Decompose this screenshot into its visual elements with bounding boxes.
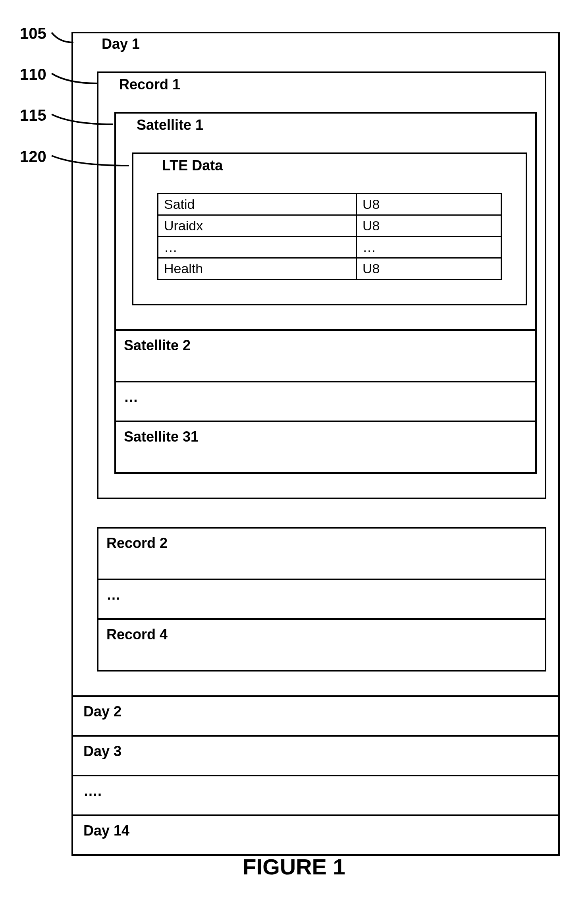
- record-4-label: Record 4: [105, 623, 538, 646]
- lte-key: …: [158, 237, 357, 257]
- satellite-31-label: Satellite 31: [122, 425, 529, 448]
- satellite-31-box: Satellite 31: [114, 422, 537, 474]
- record-1-box: Record 1 Satellite 1 LTE Data Satid U8: [97, 71, 546, 499]
- day-ellipsis-box: ….: [73, 775, 558, 814]
- record-ellipsis-label: …: [105, 583, 538, 606]
- record-2-box: Record 2: [97, 527, 546, 580]
- lte-data-label: LTE Data: [157, 154, 502, 177]
- callout-105: 105: [20, 25, 46, 42]
- lte-key: Health: [158, 259, 357, 279]
- lte-value: …: [357, 237, 501, 257]
- lte-value: U8: [357, 259, 501, 279]
- callout-115: 115: [20, 106, 46, 124]
- record-1-label: Record 1: [114, 73, 537, 96]
- satellite-ellipsis-box: …: [114, 382, 537, 422]
- record-ellipsis-box: …: [97, 580, 546, 620]
- table-row: Satid U8: [158, 194, 501, 214]
- record-2-label: Record 2: [105, 532, 538, 555]
- lte-value: U8: [357, 194, 501, 214]
- satellite-more-group: Satellite 2 … Satellite 31: [114, 331, 537, 474]
- day-14-box: Day 14: [73, 814, 558, 854]
- lte-data-box: LTE Data Satid U8 Uraidx U8 …: [132, 152, 527, 305]
- outer-container: Day 1 Record 1 Satellite 1 LTE Data Sati…: [71, 32, 560, 856]
- lte-key: Satid: [158, 194, 357, 214]
- satellite-2-label: Satellite 2: [122, 334, 529, 357]
- record-more-group: Record 2 … Record 4: [97, 527, 546, 672]
- callout-120: 120: [20, 148, 46, 165]
- day-14-label: Day 14: [79, 819, 552, 842]
- table-row: Uraidx U8: [158, 214, 501, 236]
- lte-value: U8: [357, 216, 501, 236]
- callout-110: 110: [20, 66, 46, 83]
- figure-caption: FIGURE 1: [0, 854, 588, 880]
- day-ellipsis-label: ….: [79, 780, 552, 803]
- day-2-box: Day 2: [73, 695, 558, 735]
- table-row: … …: [158, 236, 501, 257]
- lte-key: Uraidx: [158, 216, 357, 236]
- day-2-label: Day 2: [79, 700, 552, 723]
- day-1-box: Day 1 Record 1 Satellite 1 LTE Data Sati…: [73, 33, 558, 695]
- lte-data-table: Satid U8 Uraidx U8 … …: [157, 193, 502, 280]
- day-1-label: Day 1: [97, 33, 546, 56]
- satellite-2-box: Satellite 2: [114, 331, 537, 382]
- table-row: Health U8: [158, 257, 501, 279]
- satellite-ellipsis-label: …: [122, 386, 529, 409]
- satellite-1-box: Satellite 1 LTE Data Satid U8 Uraidx U8: [114, 112, 537, 331]
- day-3-box: Day 3: [73, 735, 558, 775]
- satellite-1-label: Satellite 1: [132, 114, 527, 137]
- day-3-label: Day 3: [79, 740, 552, 763]
- days-more-group: Day 2 Day 3 …. Day 14: [73, 695, 558, 854]
- record-4-box: Record 4: [97, 620, 546, 672]
